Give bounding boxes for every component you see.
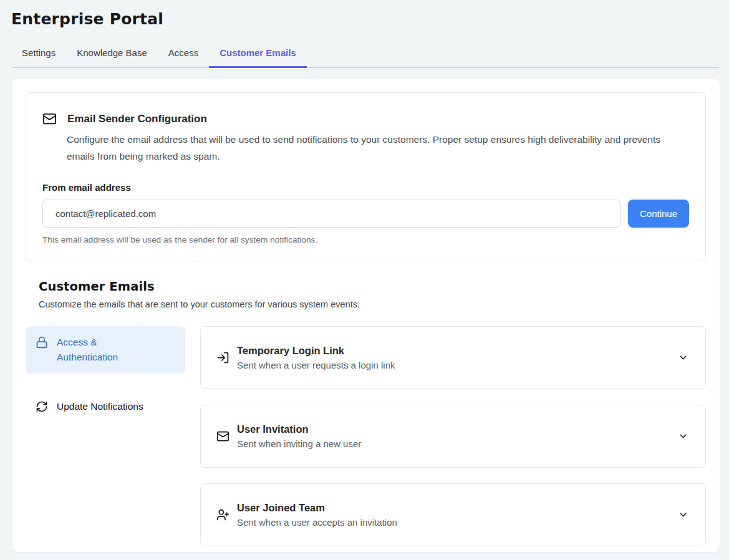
- page-header: Enterprise Portal: [0, 0, 729, 28]
- tab-access[interactable]: Access: [158, 43, 209, 68]
- email-template-list: Temporary Login Link Sent when a user re…: [200, 326, 706, 546]
- customer-emails-subtitle: Customize the emails that are sent to yo…: [39, 299, 706, 309]
- customer-emails-title: Customer Emails: [39, 279, 706, 294]
- from-email-input[interactable]: [42, 200, 620, 228]
- sender-config-title: Email Sender Configuration: [67, 113, 207, 125]
- email-card-title: Temporary Login Link: [237, 345, 678, 357]
- tab-bar: Settings Knowledge Base Access Customer …: [11, 43, 719, 68]
- email-card-title: User Invitation: [237, 423, 678, 435]
- tab-settings[interactable]: Settings: [11, 43, 66, 68]
- from-email-label: From email address: [42, 182, 689, 193]
- category-label: Access & Authentication: [57, 335, 139, 365]
- chevron-down-icon[interactable]: [678, 352, 688, 363]
- lock-icon: [36, 336, 48, 349]
- sender-config-description: Configure the email address that will be…: [67, 131, 675, 165]
- email-card-temporary-login-link[interactable]: Temporary Login Link Sent when a user re…: [200, 326, 706, 389]
- email-card-user-joined-team[interactable]: User Joined Team Sent when a user accept…: [200, 483, 706, 546]
- category-label: Update Notifications: [57, 399, 143, 414]
- tab-knowledge-base[interactable]: Knowledge Base: [66, 43, 158, 68]
- email-category-list: Access & Authentication Update Notificat…: [26, 326, 185, 546]
- email-card-description: Sent when a user accepts an invitation: [237, 517, 678, 528]
- tab-customer-emails[interactable]: Customer Emails: [209, 43, 307, 68]
- category-update-notifications[interactable]: Update Notifications: [26, 390, 185, 423]
- chevron-down-icon[interactable]: [678, 509, 688, 520]
- mail-icon: [42, 112, 57, 126]
- email-card-title: User Joined Team: [237, 502, 678, 514]
- email-card-description: Sent when a user requests a login link: [237, 360, 678, 370]
- login-icon: [216, 351, 229, 364]
- refresh-icon: [36, 400, 48, 413]
- page-title: Enterprise Portal: [11, 10, 718, 28]
- continue-button[interactable]: Continue: [628, 200, 689, 228]
- email-sender-config-card: Email Sender Configuration Configure the…: [26, 92, 706, 261]
- email-helper-text: This email address will be used as the s…: [42, 235, 689, 244]
- email-card-user-invitation[interactable]: User Invitation Sent when inviting a new…: [200, 405, 706, 468]
- mail-icon: [216, 430, 229, 443]
- main-content: Email Sender Configuration Configure the…: [11, 78, 720, 553]
- chevron-down-icon[interactable]: [678, 431, 688, 442]
- category-access-authentication[interactable]: Access & Authentication: [26, 326, 185, 374]
- email-card-description: Sent when inviting a new user: [237, 438, 678, 449]
- user-plus-icon: [216, 508, 229, 521]
